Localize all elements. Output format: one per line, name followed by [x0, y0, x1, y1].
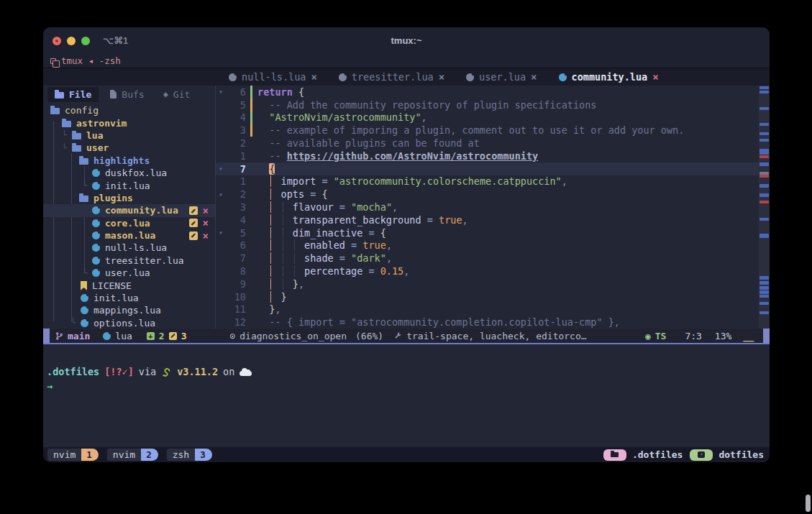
- tree-item-community.lua[interactable]: community.lua×: [43, 204, 215, 216]
- code-text: dim_inactive = {: [252, 227, 759, 239]
- tree-item-options.lua[interactable]: └options.lua: [43, 317, 215, 329]
- code-token: enabled: [304, 239, 345, 251]
- python-snake-icon: [161, 367, 172, 377]
- line-number: 3: [226, 201, 246, 213]
- buffers-icon: [110, 90, 117, 98]
- code-token: ,: [386, 252, 392, 264]
- code-line: 8 percentage = 0.15,: [216, 265, 759, 277]
- indent-guide: [283, 227, 283, 239]
- editor-scrollbar[interactable]: [759, 86, 770, 329]
- code-token: [257, 214, 293, 226]
- code-token: =: [339, 201, 345, 213]
- folder-icon: [72, 145, 81, 152]
- tab-close-icon[interactable]: ×: [652, 71, 658, 83]
- code-editor[interactable]: ▾6return {5 -- Add the community reposit…: [216, 86, 759, 329]
- explorer-tab-file[interactable]: File: [47, 87, 99, 102]
- tab-close-icon[interactable]: ×: [531, 71, 537, 83]
- folder-icon: [79, 158, 88, 165]
- modified-icon: [189, 206, 198, 215]
- shell-pane[interactable]: .dotfiles [!?✓] via v3.11.2 on →: [43, 344, 770, 447]
- tree-item-label: init.lua: [105, 180, 150, 191]
- tree-item-duskfox.lua[interactable]: duskfox.lua: [43, 167, 215, 179]
- editor-tab-community.lua[interactable]: community.lua×: [559, 71, 659, 83]
- tmux-window-index: 1: [81, 449, 99, 461]
- git-added-count: 2: [159, 331, 165, 341]
- file-tree[interactable]: configastronvim└lua└userhighlightsduskfo…: [43, 103, 215, 329]
- line-number: 2: [226, 137, 246, 149]
- code-token: ,: [421, 111, 427, 123]
- scrollbar-mark: [759, 162, 769, 166]
- window-title: tmux:~: [43, 35, 770, 46]
- indent-guide: [283, 239, 283, 251]
- tmux-status-label: .dotfiles: [632, 449, 683, 460]
- tree-item-plugins[interactable]: plugins: [43, 192, 215, 204]
- tab-label: treesitter.lua: [352, 71, 434, 83]
- tree-item-treesitter.lua[interactable]: treesitter.lua: [43, 254, 215, 267]
- tab-close-icon[interactable]: ×: [439, 71, 444, 83]
- editor-tab-null-ls.lua[interactable]: null-ls.lua×: [229, 71, 317, 83]
- tmux-window-nvim-2[interactable]: nvim2: [107, 449, 158, 461]
- code-token: [257, 201, 293, 213]
- code-token: [345, 252, 351, 264]
- explorer-tab-git[interactable]: ◈Git: [156, 87, 198, 102]
- code-token: shade: [304, 252, 334, 264]
- tree-item-label: community.lua: [105, 205, 178, 216]
- code-token: ,: [386, 239, 392, 251]
- tree-item-core.lua[interactable]: core.lua×: [43, 217, 215, 229]
- tree-item-mappings.lua[interactable]: mappings.lua: [43, 304, 215, 316]
- prompt-arrow: →: [47, 380, 53, 392]
- tree-item-init.lua[interactable]: └init.lua: [43, 179, 215, 191]
- tree-item-highlights[interactable]: highlights: [43, 155, 215, 167]
- scrollbar-mark: [759, 184, 769, 188]
- tree-item-astronvim[interactable]: astronvim: [43, 116, 215, 129]
- editor-tab-user.lua[interactable]: user.lua×: [466, 71, 537, 83]
- filetype-label: lua: [115, 331, 132, 341]
- code-text: }: [252, 291, 759, 303]
- session-label: tmux ◂ -zsh: [61, 55, 121, 66]
- code-token: -- Add the community repository of plugi…: [269, 99, 596, 111]
- scrollbar-mark: [759, 290, 769, 294]
- lsp-progress: (66%): [355, 331, 383, 341]
- tree-item-LICENSE[interactable]: LICENSE: [43, 279, 215, 291]
- line-number: 7: [226, 252, 246, 264]
- fold-chevron-icon: ▾: [216, 88, 226, 96]
- code-token: ,: [275, 303, 280, 315]
- editor-tab-treesitter.lua[interactable]: treesitter.lua×: [339, 71, 444, 83]
- code-line: 10 }: [216, 290, 759, 303]
- line-number: 9: [226, 278, 246, 290]
- indent-guide: [270, 175, 271, 187]
- lua-file-icon: [92, 169, 100, 177]
- code-token: dim_inactive: [293, 227, 363, 239]
- tmux-window-nvim-1[interactable]: nvim1: [47, 449, 99, 461]
- modified-icon: [189, 219, 198, 227]
- tree-item-init.lua[interactable]: init.lua: [43, 292, 215, 304]
- code-token: [257, 316, 269, 328]
- tmux-window-zsh-3[interactable]: zsh3: [167, 449, 212, 461]
- lua-file-icon: [229, 73, 237, 81]
- code-text: {: [252, 163, 759, 175]
- tree-item-lua[interactable]: └lua: [43, 129, 215, 142]
- line-number: 2: [226, 188, 246, 200]
- titlebar[interactable]: ⌥⌘1 tmux:~: [43, 27, 770, 54]
- code-token: flavour: [293, 201, 334, 213]
- code-token: [257, 124, 269, 136]
- code-text: enabled = true,: [252, 239, 759, 251]
- tree-item-user.lua[interactable]: └user.lua: [43, 267, 215, 279]
- tree-item-config[interactable]: config: [43, 104, 215, 116]
- window-scrollbar-thumb[interactable]: [806, 495, 811, 512]
- line-number: 4: [226, 111, 246, 123]
- tab-label: user.lua: [479, 71, 526, 83]
- terminal-pill-icon: ›: [690, 449, 713, 461]
- tree-item-null-ls.lua[interactable]: null-ls.lua: [43, 242, 215, 254]
- explorer-tab-bufs[interactable]: Bufs: [103, 87, 151, 102]
- tree-item-mason.lua[interactable]: mason.lua×: [43, 229, 215, 242]
- tab-close-icon[interactable]: ×: [311, 71, 316, 83]
- lua-file-icon: [92, 206, 100, 214]
- indent-guide: [283, 265, 283, 277]
- tree-item-label: lua: [86, 130, 103, 141]
- code-token: -- example of imporing a plugin, comment…: [269, 124, 684, 136]
- code-token: ,: [392, 201, 398, 213]
- tree-item-user[interactable]: └user: [43, 142, 215, 154]
- scrollbar-mark: [759, 149, 769, 155]
- code-token: [334, 201, 339, 213]
